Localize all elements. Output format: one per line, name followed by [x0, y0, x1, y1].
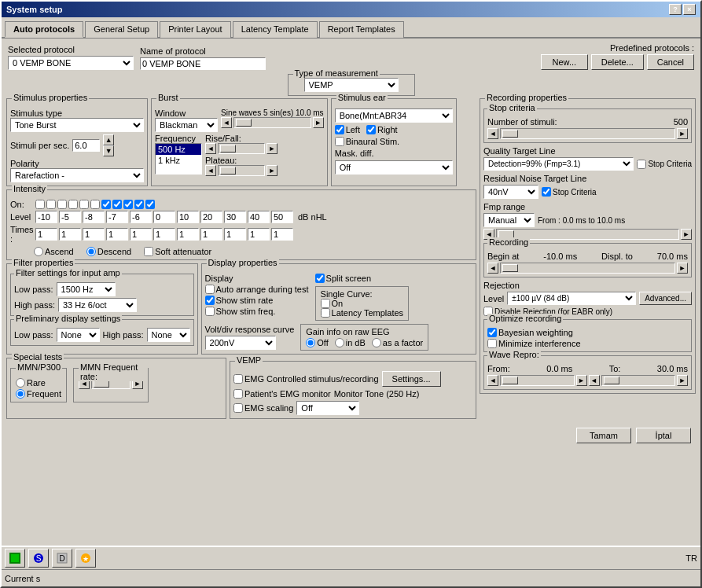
plateau-right[interactable]: ►: [266, 165, 277, 176]
rare-radio[interactable]: [16, 378, 25, 388]
on-cb-6[interactable]: [90, 200, 100, 209]
wave-left1[interactable]: ◄: [487, 375, 498, 386]
latency-templates-option[interactable]: Latency Templates: [321, 308, 404, 318]
left-ear-checkbox[interactable]: [335, 125, 344, 134]
rec-left[interactable]: ◄: [487, 263, 498, 274]
stimulus-ear-select[interactable]: Bone(Mnt:ABR34: [335, 108, 453, 123]
taskbar-btn-3[interactable]: D: [52, 549, 72, 568]
ascend-option[interactable]: Ascend: [34, 247, 74, 256]
iptal-button[interactable]: İptal: [636, 428, 691, 443]
settings-button[interactable]: Settings...: [382, 371, 441, 387]
pre-high-pass-select[interactable]: None: [147, 328, 190, 342]
on-cb-7[interactable]: [101, 200, 111, 209]
on-cb-3[interactable]: [57, 200, 67, 209]
volt-div-select[interactable]: 200nV: [205, 336, 276, 350]
times-10[interactable]: [248, 228, 270, 241]
gain-db-option[interactable]: in dB: [335, 338, 366, 347]
times-8[interactable]: [200, 228, 222, 241]
rise-right[interactable]: ►: [266, 143, 277, 154]
tamam-button[interactable]: Tamam: [576, 428, 631, 443]
on-cb-10[interactable]: [134, 200, 144, 209]
show-stim-freq-option[interactable]: Show stim freq.: [205, 307, 309, 316]
taskbar-btn-2[interactable]: S: [28, 549, 49, 568]
residual-stop-checkbox[interactable]: [542, 187, 551, 197]
level-11[interactable]: [271, 211, 293, 223]
advanced-button[interactable]: Advanced...: [639, 292, 692, 305]
on-cb-9[interactable]: [123, 200, 133, 209]
soft-attenuator-checkbox[interactable]: [144, 247, 153, 256]
freq-500hz[interactable]: 500 Hz: [156, 144, 201, 155]
sine-right-arrow[interactable]: ►: [313, 117, 324, 128]
stimuli-down-arrow[interactable]: ▼: [103, 145, 114, 156]
left-ear-option[interactable]: Left: [335, 125, 360, 134]
binaural-checkbox[interactable]: [335, 137, 344, 146]
fmp-manual-select[interactable]: Manual: [483, 213, 535, 227]
gain-off-radio[interactable]: [306, 338, 315, 347]
times-6[interactable]: [153, 228, 175, 241]
stimuli-per-sec-input[interactable]: [72, 139, 100, 152]
quality-stop-option[interactable]: Stop Criteria: [637, 160, 692, 169]
level-9[interactable]: [224, 211, 246, 223]
descend-radio[interactable]: [86, 247, 96, 256]
frequent-radio[interactable]: [16, 389, 25, 399]
on-cb-5[interactable]: [79, 200, 89, 209]
tab-latency-template[interactable]: Latency Template: [233, 21, 318, 38]
minimize-option[interactable]: Minimize interference: [487, 339, 688, 348]
descend-option[interactable]: Descend: [86, 247, 131, 256]
cancel-button[interactable]: Cancel: [647, 54, 694, 70]
emg-controlled-option[interactable]: EMG Controlled stimulus/recording: [233, 374, 379, 384]
wave-left2[interactable]: ◄: [589, 375, 600, 386]
tab-printer-layout[interactable]: Printer Layout: [160, 21, 230, 38]
times-5[interactable]: [130, 228, 152, 241]
selected-protocol-select[interactable]: 0 VEMP BONE: [8, 56, 134, 70]
right-ear-checkbox[interactable]: [366, 125, 376, 134]
freq-1khz[interactable]: 1 kHz: [156, 155, 201, 166]
on-cb-2[interactable]: [46, 200, 56, 209]
show-stim-rate-option[interactable]: Show stim rate: [205, 296, 309, 305]
on-cb-8[interactable]: [112, 200, 122, 209]
rare-option[interactable]: Rare: [16, 378, 61, 388]
tab-general-setup[interactable]: General Setup: [85, 21, 158, 38]
level-4[interactable]: [106, 211, 128, 223]
show-stim-rate-checkbox[interactable]: [205, 296, 215, 305]
mask-diff-select[interactable]: Off: [335, 160, 453, 175]
rec-right[interactable]: ►: [677, 263, 688, 274]
plateau-left[interactable]: ◄: [205, 165, 216, 176]
frequency-list[interactable]: 500 Hz 1 kHz: [155, 143, 202, 175]
single-curve-on-option[interactable]: On: [321, 299, 404, 308]
frequent-option[interactable]: Frequent: [16, 389, 61, 399]
stimuli-up-arrow[interactable]: ▲: [103, 134, 114, 145]
tab-auto-protocols[interactable]: Auto protocols: [5, 21, 83, 38]
right-ear-option[interactable]: Right: [366, 125, 398, 134]
gain-db-radio[interactable]: [335, 338, 344, 347]
taskbar-btn-1[interactable]: [5, 549, 25, 568]
wave-right2[interactable]: ►: [677, 375, 688, 386]
high-pass-filter-select[interactable]: 33 Hz 6/oct: [58, 298, 137, 312]
name-of-protocol-input[interactable]: [140, 57, 266, 70]
fmp-right[interactable]: ►: [681, 229, 692, 240]
sine-left-arrow[interactable]: ◄: [221, 117, 232, 128]
stimulus-type-select[interactable]: Tone Burst: [10, 118, 144, 132]
patient-emg-option[interactable]: Patient's EMG monitor: [233, 389, 331, 399]
taskbar-btn-4[interactable]: ★: [75, 549, 96, 568]
quality-stop-checkbox[interactable]: [637, 160, 646, 169]
level-2[interactable]: [59, 211, 81, 223]
pre-low-pass-select[interactable]: None: [57, 328, 100, 342]
ascend-radio[interactable]: [34, 247, 43, 256]
help-button[interactable]: ?: [669, 4, 682, 15]
bayesian-checkbox[interactable]: [487, 328, 497, 337]
stimuli-scroll-left[interactable]: ◄: [487, 128, 498, 139]
rise-left[interactable]: ◄: [205, 143, 216, 154]
minimize-checkbox[interactable]: [487, 339, 497, 348]
emg-scaling-select[interactable]: Off: [296, 401, 359, 415]
window-select[interactable]: Blackman: [155, 118, 218, 132]
patient-emg-checkbox[interactable]: [233, 389, 243, 399]
level-3[interactable]: [83, 211, 105, 223]
residual-noise-select[interactable]: 40nV: [483, 185, 538, 199]
latency-templates-checkbox[interactable]: [321, 308, 330, 318]
residual-stop-option[interactable]: Stop Criteria: [542, 187, 597, 197]
emg-controlled-checkbox[interactable]: [233, 374, 243, 384]
type-measurement-select[interactable]: VEMP: [304, 78, 399, 92]
close-button[interactable]: ×: [683, 4, 696, 15]
single-curve-on-checkbox[interactable]: [321, 299, 330, 308]
